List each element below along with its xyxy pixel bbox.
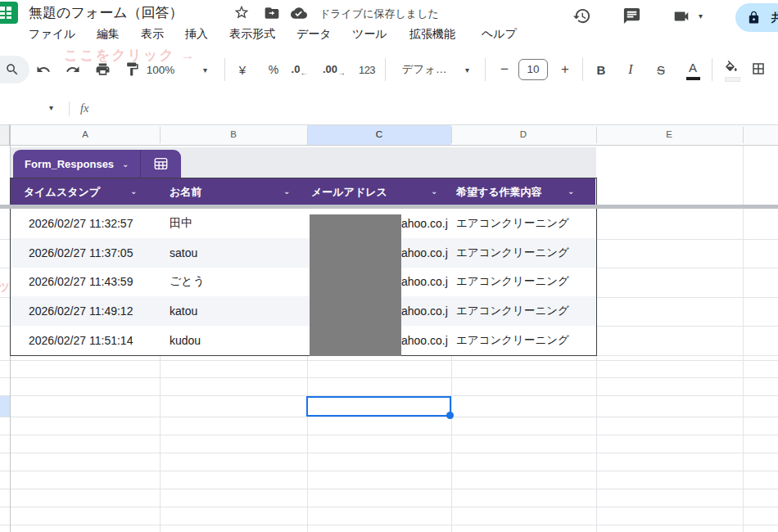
borders-icon[interactable] xyxy=(751,61,766,76)
corner-cell[interactable] xyxy=(0,124,10,146)
sheets-logo-icon[interactable] xyxy=(0,2,18,24)
menu-format[interactable]: 表示形式 xyxy=(229,27,275,42)
cell-request[interactable]: エアコンクリーニング xyxy=(456,304,569,318)
toolbar-divider xyxy=(485,58,486,81)
lock-icon xyxy=(747,11,761,25)
cell-name[interactable]: satou xyxy=(170,246,197,259)
cell-email[interactable]: yahoo.co.j xyxy=(396,246,457,259)
document-title[interactable]: 無題のフォーム（回答） xyxy=(29,3,183,22)
cell-name[interactable]: kudou xyxy=(170,334,201,347)
cell-timestamp[interactable]: 2026/02/27 11:37:05 xyxy=(29,246,133,259)
cloud-saved-icon[interactable] xyxy=(291,5,307,21)
history-icon[interactable] xyxy=(572,7,591,25)
google-sheets-app: 無題のフォーム（回答） ドライブに保存しました ▾ 共有 ファイル 編集 表示 … xyxy=(0,0,778,532)
format-currency-button[interactable]: ¥ xyxy=(239,63,246,77)
text-color-swatch xyxy=(686,77,700,80)
cell-email[interactable]: yahoo.co.j xyxy=(396,334,457,347)
share-button[interactable]: 共有 xyxy=(735,3,778,32)
redaction-overlay xyxy=(310,214,401,356)
video-call-dropdown-icon[interactable]: ▾ xyxy=(699,12,703,20)
font-size-decrease-button[interactable]: − xyxy=(500,61,509,78)
table-name-chip[interactable]: Form_Responses ⌄ xyxy=(13,150,181,178)
zoom-dropdown-icon[interactable]: ▾ xyxy=(203,66,207,74)
name-box-dropdown-icon[interactable]: ▾ xyxy=(49,104,53,112)
increase-decimal-button[interactable]: .00→ xyxy=(323,63,346,77)
toolbar-divider xyxy=(385,58,386,81)
selected-cell[interactable] xyxy=(306,396,451,417)
menu-view[interactable]: 表示 xyxy=(141,27,164,42)
chevron-down-icon[interactable]: ⌄ xyxy=(283,187,290,196)
chevron-down-icon[interactable]: ⌄ xyxy=(431,187,437,196)
formula-bar-divider xyxy=(69,101,70,116)
toolbar-divider xyxy=(224,58,225,81)
table-name-label: Form_Responses xyxy=(25,158,114,170)
chevron-down-icon[interactable]: ⌄ xyxy=(122,160,129,169)
fill-color-icon[interactable] xyxy=(724,61,739,75)
table-header-name[interactable]: お名前 xyxy=(170,185,201,200)
search-icon[interactable] xyxy=(5,62,20,77)
number-format-button[interactable]: 123 xyxy=(359,64,375,76)
column-header-b[interactable]: B xyxy=(230,129,237,139)
table-header-timestamp[interactable]: タイムスタンプ xyxy=(24,185,100,200)
column-header-d[interactable]: D xyxy=(520,129,527,139)
frozen-rows-separator[interactable] xyxy=(0,205,778,209)
cell-timestamp[interactable]: 2026/02/27 11:32:57 xyxy=(29,217,133,230)
cell-email[interactable]: yahoo.co.j xyxy=(396,275,457,288)
bold-button[interactable]: B xyxy=(597,63,606,77)
column-header-c[interactable]: C xyxy=(376,129,382,139)
menu-extensions[interactable]: 拡張機能 xyxy=(409,27,455,42)
table-header-email[interactable]: メールアドレス xyxy=(311,185,387,200)
menu-tools[interactable]: ツール xyxy=(352,27,387,42)
table-row[interactable]: 2026/02/27 11:43:59 ごとう yahoo.co.j エアコンク… xyxy=(11,268,595,297)
cell-request[interactable]: エアコンクリーニング xyxy=(456,274,569,289)
selected-row-header[interactable] xyxy=(0,396,10,417)
table-row[interactable]: 2026/02/27 11:49:12 katou yahoo.co.j エアコ… xyxy=(11,296,595,326)
cell-request[interactable]: エアコンクリーニング xyxy=(456,216,569,231)
cell-request[interactable]: エアコンクリーニング xyxy=(456,246,569,260)
chevron-down-icon[interactable]: ⌄ xyxy=(568,187,574,196)
move-to-folder-icon[interactable] xyxy=(264,5,280,21)
star-icon[interactable] xyxy=(233,4,250,20)
cell-timestamp[interactable]: 2026/02/27 11:49:12 xyxy=(29,304,133,318)
cell-timestamp[interactable]: 2026/02/27 11:51:14 xyxy=(29,334,133,347)
table-row[interactable]: 2026/02/27 11:32:57 田中 yahoo.co.j エアコンクリ… xyxy=(11,209,595,238)
menu-edit[interactable]: 編集 xyxy=(97,27,120,42)
cell-name[interactable]: katou xyxy=(170,304,197,318)
decrease-decimal-button[interactable]: .0← xyxy=(292,63,309,77)
font-select[interactable]: デフォ… xyxy=(402,62,447,77)
table-header-row: タイムスタンプ ⌄ お名前 ⌄ メールアドレス ⌄ 希望する作業内容 ⌄ xyxy=(11,178,595,205)
font-dropdown-icon[interactable]: ▾ xyxy=(465,66,469,74)
table-row[interactable]: 2026/02/27 11:51:14 kudou yahoo.co.j エアコ… xyxy=(11,326,595,355)
cell-name[interactable]: 田中 xyxy=(170,216,192,231)
table-grid-icon[interactable] xyxy=(141,157,181,170)
cell-email[interactable]: yahoo.co.j xyxy=(396,304,457,318)
undo-icon[interactable] xyxy=(36,62,51,77)
table-row[interactable]: 2026/02/27 11:37:05 satou yahoo.co.j エアコ… xyxy=(11,238,595,268)
table-header-request[interactable]: 希望する作業内容 xyxy=(456,185,542,200)
strikethrough-button[interactable]: S xyxy=(657,63,665,77)
toolbar-divider xyxy=(712,58,712,81)
menu-insert[interactable]: 挿入 xyxy=(185,27,208,42)
comment-icon[interactable] xyxy=(622,7,641,25)
share-button-label: 共有 xyxy=(771,11,778,25)
cell-email[interactable]: yahoo.co.j xyxy=(396,217,457,230)
italic-button[interactable]: I xyxy=(628,62,632,77)
format-percent-button[interactable]: % xyxy=(269,63,278,76)
arrow-right-icon: → xyxy=(337,68,346,77)
cell-timestamp[interactable]: 2026/02/27 11:43:59 xyxy=(29,275,133,288)
fill-color-swatch xyxy=(725,77,740,82)
font-size-increase-button[interactable]: + xyxy=(561,61,569,78)
video-call-icon[interactable] xyxy=(672,7,691,25)
menu-file[interactable]: ファイル xyxy=(29,27,75,42)
zoom-select[interactable]: 100% xyxy=(147,64,175,76)
cell-name[interactable]: ごとう xyxy=(170,274,205,289)
chevron-down-icon[interactable]: ⌄ xyxy=(130,187,137,196)
fill-handle[interactable] xyxy=(446,412,454,419)
column-header-e[interactable]: E xyxy=(666,129,672,139)
menu-help[interactable]: ヘルプ xyxy=(482,27,517,42)
text-color-button[interactable]: A xyxy=(689,61,697,74)
font-size-input[interactable]: 10 xyxy=(518,59,548,80)
cell-request[interactable]: エアコンクリーニング xyxy=(456,333,569,348)
column-header-a[interactable]: A xyxy=(82,129,88,139)
menu-data[interactable]: データ xyxy=(296,27,332,42)
